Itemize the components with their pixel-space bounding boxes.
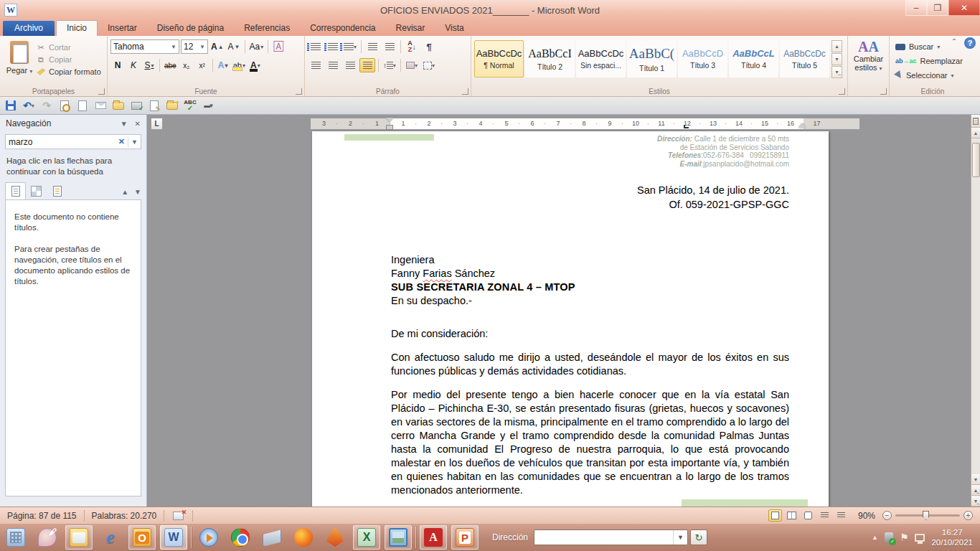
zoom-track[interactable] (895, 514, 960, 517)
tab-diseno[interactable]: Diseño de página (147, 21, 234, 36)
vertical-scrollbar[interactable]: ▲ ▼ ▲̲ ▼̲ (971, 115, 980, 507)
collapse-ribbon-icon[interactable]: ⌃ (948, 37, 960, 49)
align-left-button[interactable] (308, 58, 324, 72)
tab-stop-marker[interactable] (684, 125, 689, 128)
highlight-button[interactable]: ab▾ (232, 58, 247, 72)
nav-pane-menu-icon[interactable]: ▼ (121, 120, 128, 128)
estilos-dialog-launcher[interactable] (839, 88, 845, 95)
tab-inicio[interactable]: Inicio (56, 20, 98, 36)
undo-button[interactable]: ↶▾ (22, 99, 35, 112)
page-indicator[interactable]: Página: 87 de 115 (0, 511, 84, 521)
replace-button[interactable]: ab→acReemplazar (895, 55, 973, 67)
scrollbar-thumb[interactable] (972, 143, 980, 177)
redo-button[interactable]: ↷ (40, 99, 53, 112)
text-effects-button[interactable]: A▾ (216, 58, 230, 72)
justify-button[interactable] (359, 58, 375, 72)
superscript-button[interactable]: x² (195, 58, 209, 72)
minimize-button[interactable]: – (905, 0, 927, 16)
font-color-button[interactable]: A▾ (248, 58, 263, 72)
taskbar-autocad[interactable]: A (420, 525, 447, 550)
change-styles-button[interactable]: Cambiar estilos ▾ (854, 55, 884, 73)
nav-tab-headings[interactable] (5, 182, 26, 199)
format-painter-button[interactable]: Copiar formato (36, 67, 101, 77)
word-count[interactable]: Palabras: 20.270 (85, 511, 164, 521)
clear-search-icon[interactable]: ✕ (118, 137, 125, 146)
nav-tab-pages[interactable] (26, 182, 47, 199)
tab-insertar[interactable]: Insertar (98, 21, 147, 36)
style-normal[interactable]: AaBbCcDc ¶ Normal (474, 40, 524, 77)
address-dropdown-icon[interactable]: ▼ (673, 530, 687, 545)
first-line-indent-marker[interactable] (386, 118, 393, 122)
hanging-indent-marker[interactable] (386, 125, 393, 130)
print-preview-button[interactable] (58, 99, 71, 112)
decrease-indent-button[interactable] (364, 39, 380, 54)
taskbar-burn-tool[interactable] (321, 525, 349, 550)
style-titulo4[interactable]: AaBbCcL Título 4 (729, 40, 778, 77)
strikethrough-button[interactable]: abe (163, 58, 178, 72)
taskbar-snipping-tool[interactable] (385, 525, 412, 550)
bullets-button[interactable] (308, 39, 324, 54)
taskbar-paint[interactable] (34, 525, 61, 550)
scroll-down-arrow[interactable]: ▼ (971, 474, 980, 485)
taskbar-outlook[interactable]: O (128, 525, 156, 550)
multilevel-list-button[interactable]: ▾ (342, 39, 358, 54)
style-titulo1[interactable]: AaBbC( Título 1 (627, 40, 677, 77)
help-icon[interactable]: ? (964, 37, 976, 49)
sort-button[interactable]: AZ↓ (404, 39, 420, 54)
address-go-button[interactable]: ↻ (690, 529, 707, 545)
spelling-button[interactable]: ABC✓ (184, 99, 197, 112)
align-center-button[interactable] (325, 58, 341, 72)
tab-stop-selector[interactable]: L (151, 118, 163, 130)
style-titulo5[interactable]: AaBbCcDc Título 5 (780, 40, 829, 77)
taskbar-chrome[interactable] (227, 525, 254, 550)
taskbar-word[interactable]: W (160, 525, 187, 550)
view-ruler-toggle[interactable] (971, 115, 980, 128)
taskbar-clock[interactable]: 16:27 20/10/2021 (931, 527, 973, 547)
save-button[interactable] (4, 99, 17, 112)
zoom-out-button[interactable]: − (882, 511, 892, 520)
nav-search-input[interactable] (9, 137, 116, 147)
web-layout-view-button[interactable] (801, 509, 815, 522)
underline-button[interactable]: S▾ (142, 58, 156, 72)
outline-view-button[interactable] (818, 509, 831, 522)
next-page-button[interactable]: ▼̲ (971, 496, 980, 507)
bold-button[interactable]: N (110, 58, 125, 72)
styles-scroll-up[interactable]: ▲ (831, 40, 842, 52)
usb-device-icon[interactable] (885, 532, 893, 542)
change-case-button[interactable]: Aa▾ (248, 39, 265, 54)
borders-button[interactable]: ▾ (421, 58, 437, 72)
proofing-errors-icon[interactable] (173, 512, 184, 520)
scroll-up-arrow[interactable]: ▲ (971, 128, 980, 138)
numbering-button[interactable] (325, 39, 341, 54)
cambiar-estilos-dialog-launcher[interactable] (880, 88, 887, 95)
nav-pane-close-icon[interactable]: ✕ (135, 120, 141, 128)
close-button[interactable]: ✕ (948, 0, 980, 16)
tab-referencias[interactable]: Referencias (234, 21, 300, 36)
new-document-button[interactable] (76, 99, 89, 112)
show-marks-button[interactable]: ¶ (421, 39, 437, 54)
edit-document-button[interactable] (148, 99, 161, 112)
network-icon[interactable] (915, 534, 925, 542)
subscript-button[interactable]: x₂ (179, 58, 194, 72)
tab-correspondencia[interactable]: Correspondencia (300, 21, 385, 36)
taskbar-firefox[interactable] (290, 525, 317, 550)
fullscreen-reading-view-button[interactable] (785, 509, 798, 522)
clear-formatting-button[interactable]: 🄰 (271, 39, 286, 54)
customize-qat-button[interactable]: ▬▾ (202, 99, 215, 112)
search-options-icon[interactable]: ▼ (131, 138, 138, 146)
taskbar-calculator[interactable] (2, 525, 29, 550)
increase-indent-button[interactable] (382, 39, 397, 54)
styles-more-button[interactable]: ▼̲ (831, 66, 842, 78)
shading-button[interactable]: ▾ (404, 58, 420, 72)
new-folder-button[interactable] (166, 99, 179, 112)
font-family-combo[interactable]: Tahoma▼ (110, 39, 179, 54)
cut-button[interactable]: ✂Cortar (36, 42, 101, 52)
print-layout-view-button[interactable] (768, 509, 782, 522)
select-button[interactable]: Seleccionar▾ (895, 69, 973, 82)
open-button[interactable] (112, 99, 125, 112)
zoom-in-button[interactable]: + (963, 511, 973, 520)
zoom-level[interactable]: 90% (858, 511, 875, 521)
quick-print-button[interactable] (130, 99, 143, 112)
nav-tab-results[interactable] (47, 182, 67, 199)
taskbar-explorer[interactable] (65, 525, 93, 550)
